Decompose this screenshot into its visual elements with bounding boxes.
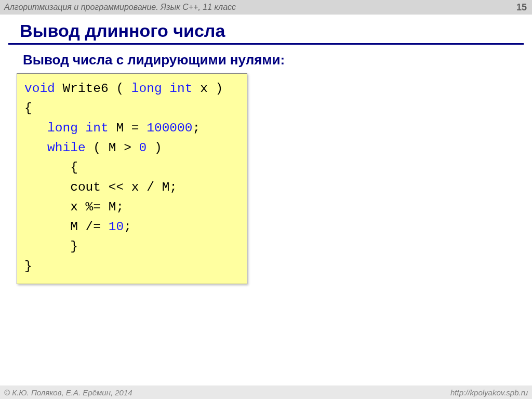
page-title: Вывод длинного числа [20, 21, 532, 42]
title-rule [8, 43, 524, 45]
kw-long-int: long int [47, 121, 109, 135]
literal: 100000 [147, 121, 192, 135]
code-listing: void Write6 ( long int x ) { long int M … [24, 79, 240, 276]
kw-while: while [47, 141, 86, 155]
page-number: 15 [516, 2, 527, 13]
subtitle: Вывод числа с лидирующими нулями: [23, 52, 532, 68]
footer-copyright: © К.Ю. Поляков, Е.А. Ерёмин, 2014 [4, 388, 132, 397]
course-title: Алгоритмизация и программирование. Язык … [4, 3, 236, 12]
literal: 10 [109, 220, 124, 234]
kw-void: void [24, 82, 55, 96]
header-bar: Алгоритмизация и программирование. Язык … [0, 0, 532, 15]
kw-long-int: long int [131, 82, 193, 96]
footer-url: http://kpolyakov.spb.ru [450, 388, 528, 397]
literal: 0 [139, 141, 147, 155]
footer-bar: © К.Ю. Поляков, Е.А. Ерёмин, 2014 http:/… [0, 385, 532, 399]
code-block: void Write6 ( long int x ) { long int M … [17, 73, 247, 284]
